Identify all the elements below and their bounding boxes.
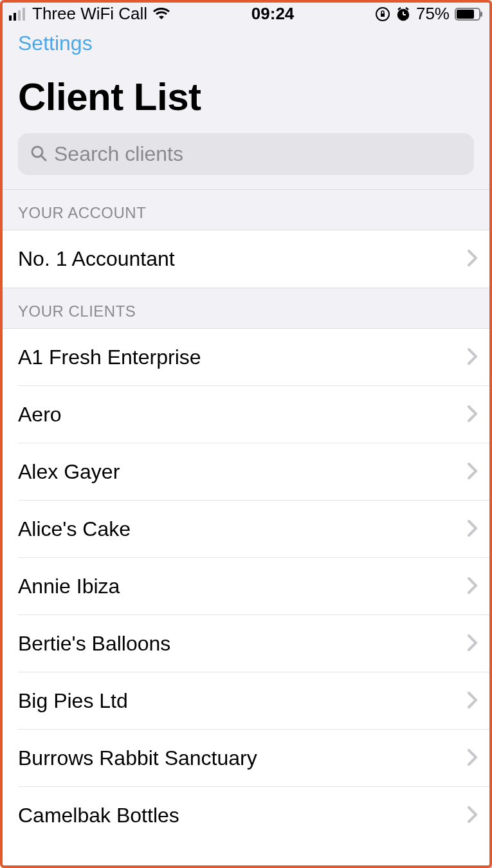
account-list: No. 1 Accountant [0, 230, 492, 288]
clients-list: A1 Fresh EnterpriseAeroAlex GayerAlice's… [0, 329, 492, 844]
client-row[interactable]: Alice's Cake [0, 501, 492, 558]
client-name: Alex Gayer [18, 460, 120, 484]
client-row[interactable]: Big Pies Ltd [0, 672, 492, 730]
account-row[interactable]: No. 1 Accountant [0, 230, 492, 288]
orientation-lock-icon [375, 6, 390, 22]
client-row[interactable]: A1 Fresh Enterprise [0, 329, 492, 386]
chevron-right-icon [468, 250, 478, 269]
page-title: Client List [18, 75, 474, 119]
client-name: A1 Fresh Enterprise [18, 346, 201, 369]
search-input[interactable] [54, 142, 462, 166]
battery-icon [455, 8, 483, 21]
client-name: Camelbak Bottles [18, 804, 179, 827]
back-button[interactable]: Settings [18, 32, 93, 55]
svg-rect-5 [381, 14, 385, 17]
svg-rect-12 [457, 10, 474, 19]
alarm-icon [396, 6, 411, 22]
status-bar: Three WiFi Call 09:24 [0, 0, 492, 25]
wifi-icon [152, 8, 170, 21]
client-row[interactable]: Bertie's Balloons [0, 615, 492, 672]
client-name: Annie Ibiza [18, 575, 120, 598]
chevron-right-icon [468, 348, 478, 367]
svg-line-8 [406, 8, 408, 10]
header: Settings Client List [0, 25, 492, 189]
svg-line-15 [41, 156, 46, 160]
back-button-label: Settings [18, 32, 93, 55]
client-row[interactable]: Camelbak Bottles [0, 787, 492, 844]
client-name: Burrows Rabbit Sanctuary [18, 746, 257, 770]
svg-rect-13 [480, 12, 482, 17]
battery-pct: 75% [416, 4, 450, 24]
chevron-right-icon [468, 577, 478, 596]
client-row[interactable]: Burrows Rabbit Sanctuary [0, 730, 492, 787]
carrier-label: Three WiFi Call [32, 4, 147, 24]
svg-rect-1 [14, 13, 16, 21]
client-row[interactable]: Annie Ibiza [0, 558, 492, 615]
svg-rect-2 [18, 10, 21, 21]
section-header-clients: YOUR CLIENTS [0, 288, 492, 329]
svg-line-7 [398, 8, 401, 10]
chevron-right-icon [468, 749, 478, 768]
client-name: Alice's Cake [18, 517, 131, 541]
clock: 09:24 [251, 4, 295, 24]
chevron-right-icon [468, 405, 478, 425]
chevron-right-icon [468, 634, 478, 654]
client-row[interactable]: Aero [0, 386, 492, 443]
client-name: Bertie's Balloons [18, 632, 170, 656]
chevron-right-icon [468, 520, 478, 539]
account-name: No. 1 Accountant [18, 247, 175, 271]
svg-rect-0 [9, 15, 12, 21]
section-header-account: YOUR ACCOUNT [0, 189, 492, 230]
client-row[interactable]: Alex Gayer [0, 443, 492, 501]
client-name: Aero [18, 403, 62, 427]
client-name: Big Pies Ltd [18, 689, 128, 713]
cell-signal-icon [9, 8, 27, 21]
search-icon [30, 144, 48, 165]
search-field[interactable] [18, 133, 474, 175]
chevron-right-icon [468, 692, 478, 711]
svg-rect-3 [23, 8, 25, 21]
chevron-right-icon [468, 806, 478, 826]
chevron-right-icon [468, 463, 478, 482]
